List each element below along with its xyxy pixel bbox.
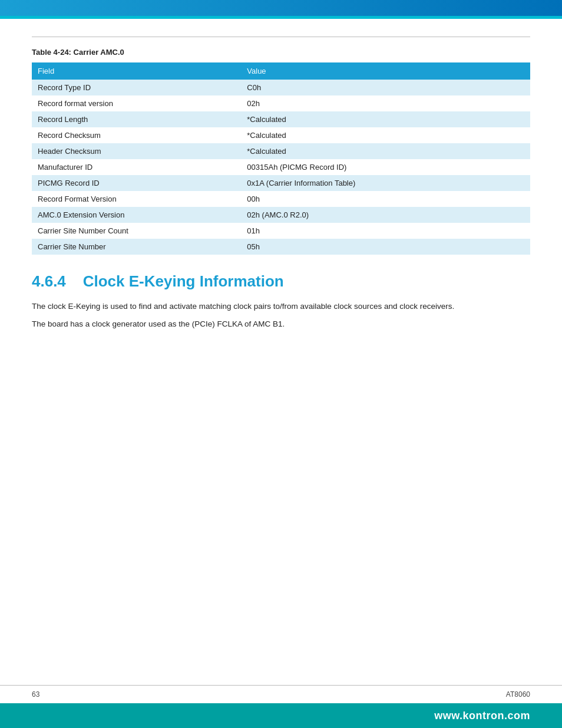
table-row: Manufacturer ID00315Ah (PICMG Record ID) (32, 159, 530, 175)
table-cell-field: Carrier Site Number (32, 239, 241, 255)
table-row: Header Checksum*Calculated (32, 143, 530, 159)
table-cell-field: Record Format Version (32, 191, 241, 207)
table-cell-value: *Calculated (241, 127, 530, 143)
table-cell-field: Carrier Site Number Count (32, 223, 241, 239)
table-row: Record Type IDC0h (32, 80, 530, 95)
main-content: Table 4-24: Carrier AMC.0 Field Value Re… (0, 19, 562, 353)
section-title: Clock E-Keying Information (83, 272, 284, 290)
table-cell-value: 01h (241, 223, 530, 239)
table-row: AMC.0 Extension Version02h (AMC.0 R2.0) (32, 207, 530, 223)
page-footer: 63 AT8060 (0, 685, 562, 703)
table-cell-field: Header Checksum (32, 143, 241, 159)
table-cell-value: 00315Ah (PICMG Record ID) (241, 159, 530, 175)
table-cell-field: AMC.0 Extension Version (32, 207, 241, 223)
section-number: 4.6.4 (32, 272, 66, 290)
body-paragraph-2: The board has a clock generator used as … (32, 318, 530, 331)
table-row: Record Length*Calculated (32, 111, 530, 127)
carrier-amc-table: Field Value Record Type IDC0hRecord form… (32, 62, 530, 255)
table-row: Record Format Version00h (32, 191, 530, 207)
table-cell-value: *Calculated (241, 111, 530, 127)
table-cell-value: 02h (241, 95, 530, 111)
table-cell-value: 02h (AMC.0 R2.0) (241, 207, 530, 223)
table-cell-value: *Calculated (241, 143, 530, 159)
top-bar-accent (0, 16, 562, 19)
section-heading: 4.6.4 Clock E-Keying Information (32, 272, 530, 291)
doc-id: AT8060 (506, 690, 530, 699)
table-cell-field: Record Type ID (32, 80, 241, 95)
table-cell-field: Record Checksum (32, 127, 241, 143)
top-rule (32, 37, 530, 37)
table-cell-value: 00h (241, 191, 530, 207)
page-number: 63 (32, 690, 39, 699)
table-row: Carrier Site Number05h (32, 239, 530, 255)
table-row: Record format version02h (32, 95, 530, 111)
table-row: Record Checksum*Calculated (32, 127, 530, 143)
bottom-bar: www.kontron.com (0, 703, 562, 728)
body-paragraph-1: The clock E-Keying is used to find and a… (32, 300, 530, 313)
table-cell-value: 05h (241, 239, 530, 255)
table-caption: Table 4-24: Carrier AMC.0 (32, 48, 530, 57)
top-header-bar (0, 0, 562, 19)
table-row: Carrier Site Number Count01h (32, 223, 530, 239)
table-header-row: Field Value (32, 62, 530, 80)
table-cell-field: Record format version (32, 95, 241, 111)
table-cell-value: 0x1A (Carrier Information Table) (241, 175, 530, 191)
table-cell-value: C0h (241, 80, 530, 95)
table-cell-field: Manufacturer ID (32, 159, 241, 175)
table-cell-field: PICMG Record ID (32, 175, 241, 191)
col-value-header: Value (241, 62, 530, 80)
website-url: www.kontron.com (434, 710, 530, 722)
table-cell-field: Record Length (32, 111, 241, 127)
col-field-header: Field (32, 62, 241, 80)
table-row: PICMG Record ID0x1A (Carrier Information… (32, 175, 530, 191)
